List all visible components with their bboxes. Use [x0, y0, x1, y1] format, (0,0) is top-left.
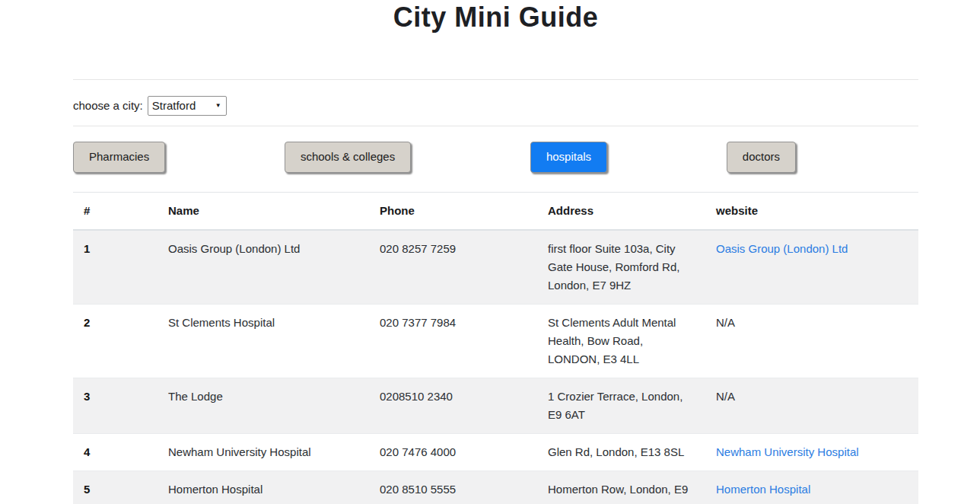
table-row: 4Newham University Hospital020 7476 4000… [73, 433, 918, 471]
results-table: # Name Phone Address website 1Oasis Grou… [73, 192, 918, 504]
row-number-cell: 4 [73, 433, 158, 471]
address-cell: Glen Rd, London, E13 8SL [537, 433, 705, 471]
city-select-label: choose a city: [73, 99, 143, 112]
city-selector-row: choose a city: Stratford ▼ [73, 96, 918, 116]
row-number-cell: 2 [73, 304, 158, 378]
phone-cell: 020 7476 4000 [369, 433, 537, 471]
header-name: Name [158, 192, 369, 230]
address-cell: Homerton Row, London, E9 6SR [537, 471, 705, 504]
website-na-text: N/A [716, 390, 735, 403]
header-number: # [73, 192, 158, 230]
name-cell: Homerton Hospital [158, 471, 369, 504]
divider-under-selector [73, 126, 918, 126]
website-link[interactable]: Oasis Group (London) Ltd [716, 242, 848, 255]
divider-top [73, 79, 918, 80]
website-na-text: N/A [716, 316, 735, 329]
category-button-hospitals[interactable]: hospitals [530, 142, 607, 173]
table-row: 2St Clements Hospital020 7377 7984St Cle… [73, 304, 918, 378]
table-body: 1Oasis Group (London) Ltd020 8257 7259fi… [73, 230, 918, 504]
phone-cell: 020 8510 5555 [369, 471, 537, 504]
table-row: 3The Lodge0208510 23401 Crozier Terrace,… [73, 378, 918, 433]
phone-cell: 020 8257 7259 [369, 230, 537, 305]
website-cell: Homerton Hospital [705, 471, 918, 504]
city-select-wrap: Stratford ▼ [148, 96, 227, 116]
website-link[interactable]: Newham University Hospital [716, 445, 859, 458]
table-header: # Name Phone Address website [73, 192, 918, 230]
page-title: City Mini Guide [73, 0, 918, 33]
category-button-schools-colleges[interactable]: schools & colleges [285, 142, 411, 173]
website-cell: N/A [705, 304, 918, 378]
name-cell: Oasis Group (London) Ltd [158, 230, 369, 305]
phone-cell: 020 7377 7984 [369, 304, 537, 378]
page-container: City Mini Guide choose a city: Stratford… [73, 0, 918, 504]
website-link[interactable]: Homerton Hospital [716, 483, 810, 496]
row-number-cell: 1 [73, 230, 158, 305]
table-row: 5Homerton Hospital020 8510 5555Homerton … [73, 471, 918, 504]
phone-cell: 0208510 2340 [369, 378, 537, 433]
category-buttons-row: Pharmaciesschools & collegeshospitalsdoc… [73, 142, 796, 173]
name-cell: Newham University Hospital [158, 433, 369, 471]
website-cell: Newham University Hospital [705, 433, 918, 471]
address-cell: 1 Crozier Terrace, London, E9 6AT [537, 378, 705, 433]
website-cell: N/A [705, 378, 918, 433]
address-cell: St Clements Adult Mental Health, Bow Roa… [537, 304, 705, 378]
website-cell: Oasis Group (London) Ltd [705, 230, 918, 305]
row-number-cell: 3 [73, 378, 158, 433]
category-button-pharmacies[interactable]: Pharmacies [73, 142, 165, 173]
header-website: website [705, 192, 918, 230]
city-select[interactable]: Stratford [148, 96, 227, 116]
name-cell: The Lodge [158, 378, 369, 433]
category-button-doctors[interactable]: doctors [727, 142, 796, 173]
name-cell: St Clements Hospital [158, 304, 369, 378]
table-row: 1Oasis Group (London) Ltd020 8257 7259fi… [73, 230, 918, 305]
table-header-row: # Name Phone Address website [73, 192, 918, 230]
header-address: Address [537, 192, 705, 230]
row-number-cell: 5 [73, 471, 158, 504]
address-cell: first floor Suite 103a, City Gate House,… [537, 230, 705, 305]
header-phone: Phone [369, 192, 537, 230]
